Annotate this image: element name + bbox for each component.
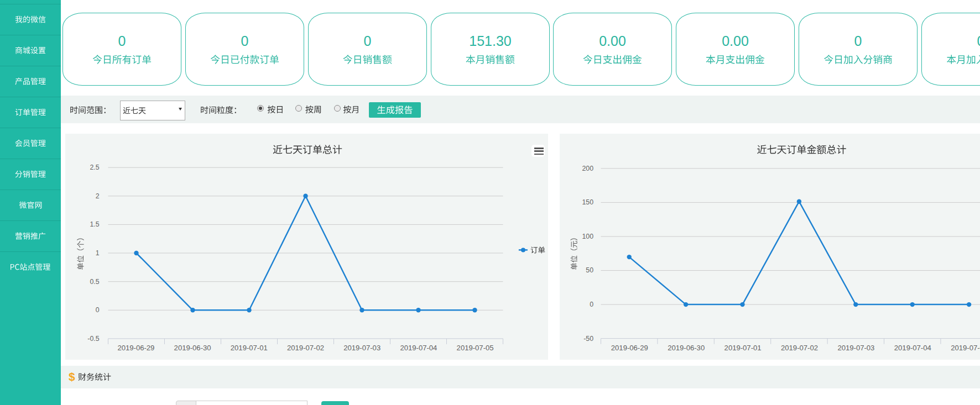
svg-text:0: 0 [590, 301, 593, 308]
svg-text:1.5: 1.5 [90, 220, 99, 228]
svg-text:150: 150 [582, 198, 593, 206]
svg-text:0: 0 [977, 33, 980, 49]
svg-text:2019-07-01: 2019-07-01 [724, 344, 762, 352]
svg-text:0.00: 0.00 [599, 33, 626, 49]
svg-text:2019-07-04: 2019-07-04 [894, 344, 931, 352]
svg-text:-50: -50 [583, 335, 593, 343]
svg-text:2019-06-29: 2019-06-29 [117, 344, 154, 352]
svg-text:0: 0 [96, 306, 100, 314]
svg-text:2019-06-30: 2019-06-30 [174, 344, 211, 352]
svg-text:1: 1 [96, 249, 100, 257]
svg-text:100: 100 [582, 233, 593, 240]
svg-text:0: 0 [118, 33, 126, 49]
svg-text:2: 2 [96, 192, 100, 200]
svg-text:0: 0 [854, 33, 862, 49]
svg-text:50: 50 [586, 266, 593, 274]
svg-text:2.5: 2.5 [90, 164, 99, 171]
svg-text:0.00: 0.00 [722, 33, 749, 49]
svg-text:-0.5: -0.5 [87, 335, 99, 343]
svg-text:2019-07-03: 2019-07-03 [837, 344, 874, 352]
svg-text:2019-07-02: 2019-07-02 [781, 344, 818, 352]
svg-text:0.5: 0.5 [90, 278, 99, 286]
svg-text:2019-07-02: 2019-07-02 [287, 344, 324, 352]
svg-text:2019-07-01: 2019-07-01 [231, 344, 268, 352]
svg-text:2019-06-29: 2019-06-29 [611, 344, 648, 352]
svg-text:$: $ [69, 370, 75, 383]
svg-text:2019-06-30: 2019-06-30 [668, 344, 705, 352]
svg-text:0: 0 [364, 33, 372, 49]
svg-text:200: 200 [582, 165, 593, 172]
svg-text:2019-07-03: 2019-07-03 [343, 344, 380, 352]
svg-text:2019-07-04: 2019-07-04 [400, 344, 437, 352]
svg-text:2019-07-05: 2019-07-05 [951, 344, 980, 352]
svg-text:0: 0 [241, 33, 249, 49]
svg-text:2019-07-05: 2019-07-05 [457, 344, 494, 352]
svg-text:151.30: 151.30 [469, 33, 511, 49]
